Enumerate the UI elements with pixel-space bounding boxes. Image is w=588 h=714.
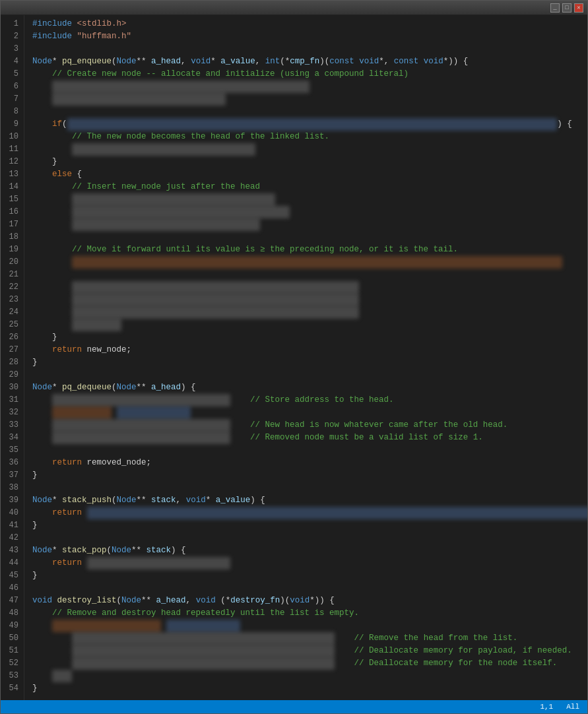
ln-19: 19 xyxy=(1,243,18,256)
ln-30: 30 xyxy=(1,381,18,394)
ln-42: 42 xyxy=(1,532,18,544)
code-line-50: ████████████████████████████████████████… xyxy=(32,632,587,645)
ln-14: 14 xyxy=(1,181,18,193)
ln-15: 15 xyxy=(1,193,18,206)
ln-5: 5 xyxy=(1,68,18,81)
code-line-8 xyxy=(32,106,587,118)
code-line-33: ████████████████████████████████████ // … xyxy=(32,419,587,432)
maximize-button[interactable]: □ xyxy=(562,3,572,13)
code-line-47: void destroy_list(Node** a_head, void (*… xyxy=(32,595,587,607)
ln-3: 3 xyxy=(1,43,18,55)
code-line-30: Node* pq_dequeue(Node** a_head) { xyxy=(32,381,587,394)
encoding-mode: All xyxy=(566,703,579,711)
code-line-29 xyxy=(32,369,587,381)
code-line-10: // The new node becomes the head of the … xyxy=(32,131,587,143)
ln-26: 26 xyxy=(1,331,18,344)
title-bar: _ □ ✕ xyxy=(1,1,587,15)
ln-36: 36 xyxy=(1,457,18,469)
code-line-24: ████████████████████████████████████████… xyxy=(32,306,587,319)
code-line-41: } xyxy=(32,519,587,532)
ln-52: 52 xyxy=(1,657,18,670)
ln-16: 16 xyxy=(1,206,18,218)
code-line-43: Node* stack_pop(Node** stack) { xyxy=(32,544,587,557)
code-line-49: ██████████████████████ ███████████████ xyxy=(32,620,587,632)
ln-51: 51 xyxy=(1,645,18,657)
code-line-5: // Create new node -- allocate and initi… xyxy=(32,68,587,81)
code-line-21 xyxy=(32,269,587,281)
code-line-27: return new_node; xyxy=(32,344,587,356)
code-line-23: ████████████████████████████████████████… xyxy=(32,294,587,306)
ln-17: 17 xyxy=(1,218,18,231)
ln-25: 25 xyxy=(1,319,18,331)
code-line-31: ████████████████████████████████████ // … xyxy=(32,394,587,406)
code-line-39: Node* stack_push(Node** stack, void* a_v… xyxy=(32,494,587,507)
minimize-button[interactable]: _ xyxy=(550,3,560,13)
code-line-2: #include "huffman.h" xyxy=(32,30,587,43)
line-numbers: 1 2 3 4 5 6 7 8 9 10 11 12 13 14 15 16 1… xyxy=(1,15,24,700)
code-line-53: ████ xyxy=(32,670,587,682)
code-line-45: } xyxy=(32,569,587,582)
code-line-7: ███████████████████████████████████ xyxy=(32,93,587,106)
code-line-4: Node* pq_enqueue(Node** a_head, void* a_… xyxy=(32,55,587,68)
ln-1: 1 xyxy=(1,18,18,30)
ln-27: 27 xyxy=(1,344,18,356)
ln-48: 48 xyxy=(1,607,18,620)
code-line-37: } xyxy=(32,469,587,482)
code-line-15: ████████████████████████████████████████… xyxy=(32,193,587,206)
ln-46: 46 xyxy=(1,582,18,595)
ln-28: 28 xyxy=(1,356,18,369)
code-line-12: } xyxy=(32,156,587,168)
code-line-40: return █████████████████████████████████… xyxy=(32,507,587,519)
ln-21: 21 xyxy=(1,269,18,281)
ln-34: 34 xyxy=(1,432,18,444)
code-content: #include <stdlib.h> #include "huffman.h"… xyxy=(24,15,587,700)
code-line-16: ████████████████████████████████████████… xyxy=(32,206,587,218)
ln-10: 10 xyxy=(1,131,18,143)
window-controls[interactable]: _ □ ✕ xyxy=(550,3,583,13)
ln-37: 37 xyxy=(1,469,18,482)
code-line-35 xyxy=(32,444,587,457)
ln-43: 43 xyxy=(1,544,18,557)
ln-44: 44 xyxy=(1,557,18,569)
code-line-48: // Remove and destroy head repeatedly un… xyxy=(32,607,587,620)
code-line-42 xyxy=(32,532,587,544)
ln-47: 47 xyxy=(1,595,18,607)
ln-23: 23 xyxy=(1,294,18,306)
ln-24: 24 xyxy=(1,306,18,319)
code-line-14: // Insert new_node just after the head xyxy=(32,181,587,193)
ln-53: 53 xyxy=(1,670,18,682)
code-line-18 xyxy=(32,231,587,243)
code-line-13: else { xyxy=(32,168,587,181)
code-line-34: ████████████████████████████████████ // … xyxy=(32,432,587,444)
code-line-17: ██████████████████████████████████████ xyxy=(32,218,587,231)
code-line-3 xyxy=(32,43,587,55)
ln-7: 7 xyxy=(1,93,18,106)
ln-9: 9 xyxy=(1,118,18,131)
ln-20: 20 xyxy=(1,256,18,269)
ln-39: 39 xyxy=(1,494,18,507)
cursor-position: 1,1 xyxy=(540,703,553,711)
ln-13: 13 xyxy=(1,168,18,181)
ln-32: 32 xyxy=(1,406,18,419)
code-line-6: ████████████████████████████████████████… xyxy=(32,81,587,93)
code-line-25: ██████████ xyxy=(32,319,587,331)
ln-31: 31 xyxy=(1,394,18,406)
window-title xyxy=(5,4,9,12)
code-line-19: // Move it forward until its value is ≥ … xyxy=(32,243,587,256)
ln-4: 4 xyxy=(1,55,18,68)
code-line-28: } xyxy=(32,356,587,369)
ln-35: 35 xyxy=(1,444,18,457)
ln-11: 11 xyxy=(1,143,18,156)
ln-54: 54 xyxy=(1,682,18,695)
close-button[interactable]: ✕ xyxy=(574,3,583,13)
ln-2: 2 xyxy=(1,30,18,43)
ln-40: 40 xyxy=(1,507,18,519)
ln-22: 22 xyxy=(1,281,18,294)
code-line-38 xyxy=(32,482,587,494)
ln-38: 38 xyxy=(1,482,18,494)
ln-8: 8 xyxy=(1,106,18,118)
code-line-20: ████████████████████████████████████████… xyxy=(32,256,587,269)
ln-49: 49 xyxy=(1,620,18,632)
ln-12: 12 xyxy=(1,156,18,168)
code-line-44: return █████████████████████████████ xyxy=(32,557,587,569)
